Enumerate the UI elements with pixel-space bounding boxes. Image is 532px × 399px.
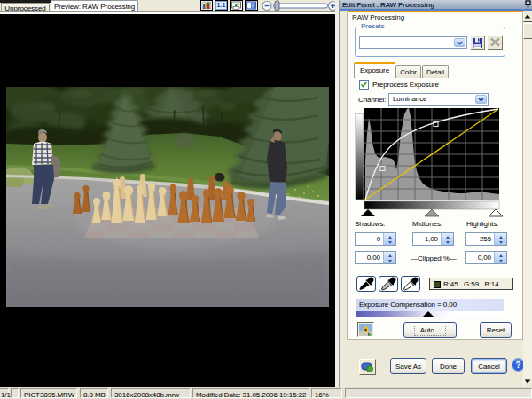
svg-text:?: ?	[515, 360, 520, 370]
